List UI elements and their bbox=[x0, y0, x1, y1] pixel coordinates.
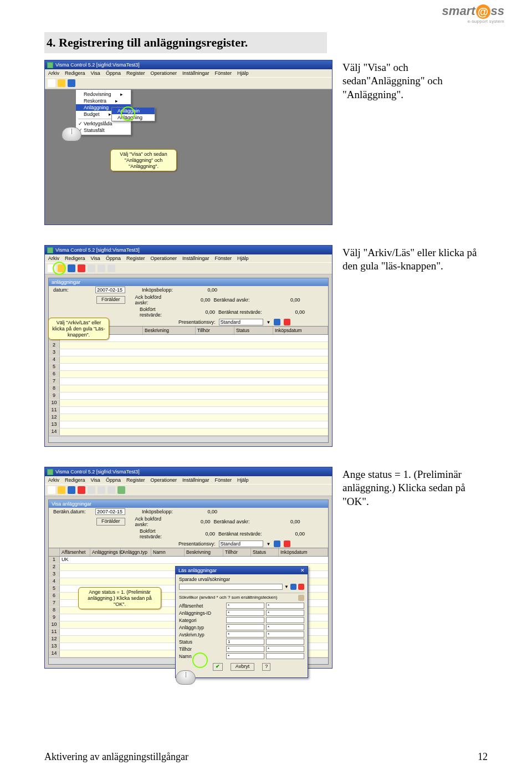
menubar[interactable]: Arkiv Redigera Visa Öppna Register Opera… bbox=[45, 476, 332, 484]
dialog-row-input-a[interactable]: * bbox=[226, 603, 264, 609]
delete-view-icon[interactable] bbox=[284, 541, 290, 547]
menu-installningar[interactable]: Inställningar bbox=[182, 477, 209, 483]
dialog-row-input-a[interactable]: * bbox=[226, 610, 264, 616]
col-aid[interactable]: Anläggnings ID bbox=[90, 548, 121, 556]
col-ae[interactable]: Affärsenhet bbox=[60, 548, 90, 556]
menu-reskontra[interactable]: Reskontra bbox=[76, 98, 131, 104]
dialog-row-input-b[interactable] bbox=[266, 653, 304, 659]
presentation-select[interactable]: Standard bbox=[219, 541, 263, 547]
scrollbar[interactable] bbox=[49, 436, 328, 442]
save-icon[interactable] bbox=[68, 486, 75, 494]
foralder-button[interactable]: Förälder bbox=[96, 518, 125, 526]
menu-redigera[interactable]: Redigera bbox=[65, 477, 85, 483]
cancel-button[interactable]: Avbryt bbox=[231, 663, 254, 671]
paste-icon[interactable] bbox=[98, 264, 105, 272]
dialog-row-input-a[interactable]: * bbox=[226, 624, 264, 630]
menu-operationer[interactable]: Operationer bbox=[150, 256, 177, 261]
menu-installningar[interactable]: Inställningar bbox=[182, 256, 209, 261]
menu-fonster[interactable]: Fönster bbox=[215, 256, 232, 261]
col-tillhor[interactable]: Tillhör bbox=[223, 548, 251, 556]
dialog-row-input-a[interactable]: * bbox=[226, 631, 264, 638]
menu-fonster[interactable]: Fönster bbox=[215, 70, 232, 76]
menu-visa[interactable]: Visa bbox=[91, 70, 100, 76]
date-field[interactable]: 2007-02-15 bbox=[95, 508, 125, 515]
dialog-row-input-b[interactable]: * bbox=[266, 603, 304, 609]
menu-visa[interactable]: Visa bbox=[91, 477, 100, 483]
col-name[interactable]: Namn bbox=[151, 548, 185, 556]
open-icon[interactable] bbox=[58, 79, 65, 87]
menu-register[interactable]: Register bbox=[126, 256, 145, 261]
close-icon[interactable] bbox=[78, 264, 85, 272]
menu-hjalp[interactable]: Hjälp bbox=[237, 477, 249, 483]
save-view-icon[interactable] bbox=[274, 319, 280, 325]
menu-oppna[interactable]: Öppna bbox=[106, 256, 121, 261]
read-icon[interactable] bbox=[58, 486, 65, 494]
dialog-row-input-b[interactable] bbox=[266, 639, 304, 645]
menu-arkiv[interactable]: Arkiv bbox=[48, 70, 59, 76]
col-status[interactable]: Status bbox=[234, 327, 273, 334]
dialog-row-input-a[interactable] bbox=[226, 617, 264, 623]
menu-oppna[interactable]: Öppna bbox=[106, 477, 121, 483]
presentation-select[interactable]: Standard bbox=[219, 319, 263, 325]
menubar[interactable]: Arkiv Redigera Visa Öppna Register Opera… bbox=[45, 254, 332, 262]
dialog-delete-icon[interactable] bbox=[298, 584, 304, 590]
menu-operationer[interactable]: Operationer bbox=[150, 70, 177, 76]
save-icon[interactable] bbox=[68, 79, 75, 87]
menu-hjalp[interactable]: Hjälp bbox=[237, 256, 249, 261]
dialog-row-input-b[interactable]: * bbox=[266, 610, 304, 616]
menu-hjalp[interactable]: Hjälp bbox=[237, 70, 249, 76]
menubar[interactable]: Arkiv Redigera Visa Öppna Register Opera… bbox=[45, 69, 332, 77]
foralder-button[interactable]: Förälder bbox=[96, 296, 125, 304]
col-descr[interactable]: Beskrivning bbox=[143, 327, 196, 334]
ok-button[interactable]: ✔ OK bbox=[213, 663, 223, 671]
dialog-save-icon[interactable] bbox=[290, 584, 296, 590]
menu-statusfalt[interactable]: Statusfält bbox=[76, 127, 131, 134]
help-button[interactable]: ? bbox=[262, 663, 270, 671]
data-grid[interactable]: 1UK234567891011121314 bbox=[49, 335, 328, 436]
menu-register[interactable]: Register bbox=[126, 70, 145, 76]
menu-fonster[interactable]: Fönster bbox=[215, 477, 232, 483]
dialog-row-input-b[interactable]: * bbox=[266, 631, 304, 638]
dialog-row-input-b[interactable]: * bbox=[266, 646, 304, 652]
col-type[interactable]: Anläggn.typ bbox=[121, 548, 151, 556]
menu-redigera[interactable]: Redigera bbox=[65, 70, 85, 76]
cut-icon[interactable] bbox=[108, 264, 115, 272]
copy-icon[interactable] bbox=[88, 486, 95, 494]
col-inkops[interactable]: Inköpsdatum bbox=[273, 327, 328, 334]
menu-redigera[interactable]: Redigera bbox=[65, 256, 85, 261]
menu-visa[interactable]: Visa bbox=[91, 256, 100, 261]
delete-view-icon[interactable] bbox=[284, 319, 290, 325]
save-view-icon[interactable] bbox=[274, 541, 280, 547]
col-inkops[interactable]: Inköpsdatum bbox=[279, 548, 328, 556]
help-icon[interactable] bbox=[117, 486, 125, 494]
dialog-row-input-a[interactable]: * bbox=[226, 653, 264, 659]
new-icon[interactable] bbox=[48, 79, 55, 87]
window-titlebar[interactable]: Visma Control 5.2 [sigfrid:VismaTest3] bbox=[45, 246, 332, 254]
date-field[interactable]: 2007-02-15 bbox=[95, 287, 125, 293]
menu-arkiv[interactable]: Arkiv bbox=[48, 477, 59, 483]
menu-redovisning[interactable]: Redovisning bbox=[76, 91, 131, 98]
dialog-row-input-a[interactable]: 1 bbox=[226, 639, 264, 645]
col-status[interactable]: Status bbox=[251, 548, 279, 556]
close-icon[interactable]: ✕ bbox=[300, 568, 305, 573]
window-titlebar[interactable]: Visma Control 5.2 [sigfrid:VismaTest3] bbox=[45, 467, 332, 476]
menu-arkiv[interactable]: Arkiv bbox=[48, 256, 59, 261]
close-icon[interactable] bbox=[78, 486, 85, 494]
save-icon[interactable] bbox=[68, 264, 75, 272]
menu-oppna[interactable]: Öppna bbox=[106, 70, 121, 76]
menu-register[interactable]: Register bbox=[126, 477, 145, 483]
clipboard-icon[interactable] bbox=[298, 595, 304, 601]
menu-installningar[interactable]: Inställningar bbox=[182, 70, 209, 76]
col-descr[interactable]: Beskrivning bbox=[185, 548, 223, 556]
dialog-row-input-b[interactable] bbox=[266, 617, 304, 623]
copy-icon[interactable] bbox=[88, 264, 95, 272]
saved-select[interactable] bbox=[179, 584, 283, 590]
paste-icon[interactable] bbox=[98, 486, 105, 494]
dialog-row-input-a[interactable]: * bbox=[226, 646, 264, 652]
new-icon[interactable] bbox=[48, 486, 55, 494]
cut-icon[interactable] bbox=[108, 486, 115, 494]
menu-operationer[interactable]: Operationer bbox=[150, 477, 177, 483]
dialog-row-input-b[interactable]: * bbox=[266, 624, 304, 630]
window-titlebar[interactable]: Visma Control 5.2 [sigfrid:VismaTest3] bbox=[45, 60, 332, 69]
col-tillhor[interactable]: Tillhör bbox=[196, 327, 234, 334]
